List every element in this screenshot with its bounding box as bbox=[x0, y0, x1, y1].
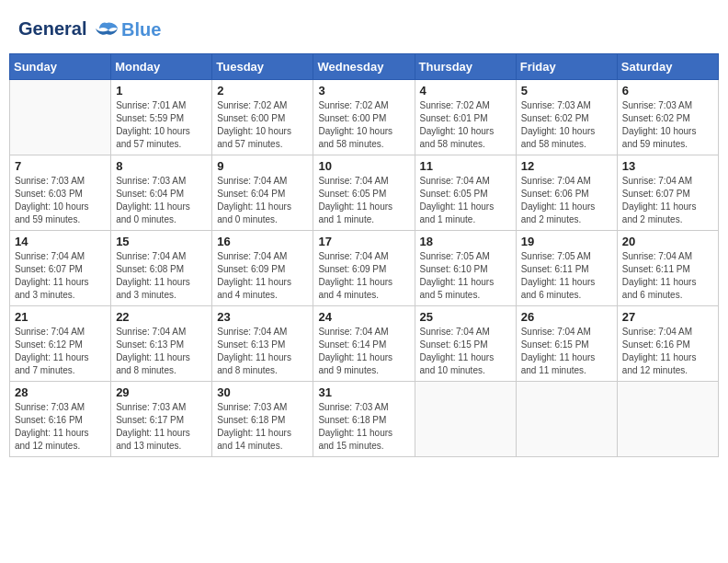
weekday-header-thursday: Thursday bbox=[415, 53, 516, 79]
day-number: 2 bbox=[217, 84, 308, 98]
calendar-empty-cell bbox=[415, 381, 516, 456]
day-info: Sunrise: 7:03 AMSunset: 6:02 PMDaylight:… bbox=[521, 99, 612, 151]
day-number: 6 bbox=[622, 84, 713, 98]
calendar-week-row: 14Sunrise: 7:04 AMSunset: 6:07 PMDayligh… bbox=[10, 230, 719, 305]
day-info: Sunrise: 7:05 AMSunset: 6:11 PMDaylight:… bbox=[521, 250, 612, 302]
day-number: 11 bbox=[420, 159, 511, 173]
weekday-header-row: SundayMondayTuesdayWednesdayThursdayFrid… bbox=[10, 53, 719, 79]
day-number: 26 bbox=[521, 310, 612, 324]
day-info: Sunrise: 7:03 AMSunset: 6:04 PMDaylight:… bbox=[116, 175, 207, 226]
weekday-header-monday: Monday bbox=[111, 53, 212, 79]
day-info: Sunrise: 7:03 AMSunset: 6:03 PMDaylight:… bbox=[15, 175, 106, 226]
day-info: Sunrise: 7:04 AMSunset: 6:07 PMDaylight:… bbox=[622, 175, 713, 226]
calendar-day-30: 30Sunrise: 7:03 AMSunset: 6:18 PMDayligh… bbox=[212, 381, 313, 456]
logo-blue: Blue bbox=[121, 19, 161, 40]
day-info: Sunrise: 7:04 AMSunset: 6:07 PMDaylight:… bbox=[15, 250, 106, 302]
weekday-header-friday: Friday bbox=[516, 53, 617, 79]
day-number: 3 bbox=[318, 84, 409, 98]
day-info: Sunrise: 7:04 AMSunset: 6:15 PMDaylight:… bbox=[521, 326, 612, 377]
day-info: Sunrise: 7:04 AMSunset: 6:13 PMDaylight:… bbox=[217, 326, 308, 377]
page-header: General Blue bbox=[9, 9, 719, 46]
weekday-header-saturday: Saturday bbox=[617, 53, 718, 79]
calendar-day-18: 18Sunrise: 7:05 AMSunset: 6:10 PMDayligh… bbox=[415, 230, 516, 305]
day-number: 29 bbox=[116, 385, 207, 399]
day-info: Sunrise: 7:02 AMSunset: 6:00 PMDaylight:… bbox=[217, 99, 308, 151]
day-info: Sunrise: 7:01 AMSunset: 5:59 PMDaylight:… bbox=[116, 99, 207, 151]
day-number: 20 bbox=[622, 235, 713, 248]
calendar-day-27: 27Sunrise: 7:04 AMSunset: 6:16 PMDayligh… bbox=[617, 305, 718, 381]
calendar-day-4: 4Sunrise: 7:02 AMSunset: 6:01 PMDaylight… bbox=[415, 79, 516, 155]
calendar-table: SundayMondayTuesdayWednesdayThursdayFrid… bbox=[9, 53, 719, 457]
day-info: Sunrise: 7:02 AMSunset: 6:01 PMDaylight:… bbox=[420, 99, 511, 151]
day-number: 16 bbox=[217, 235, 308, 248]
calendar-day-23: 23Sunrise: 7:04 AMSunset: 6:13 PMDayligh… bbox=[212, 305, 313, 381]
calendar-day-17: 17Sunrise: 7:04 AMSunset: 6:09 PMDayligh… bbox=[313, 230, 415, 305]
day-number: 8 bbox=[116, 159, 207, 173]
calendar-day-24: 24Sunrise: 7:04 AMSunset: 6:14 PMDayligh… bbox=[313, 305, 415, 381]
day-number: 15 bbox=[116, 235, 207, 248]
day-info: Sunrise: 7:03 AMSunset: 6:18 PMDaylight:… bbox=[318, 401, 409, 453]
day-number: 23 bbox=[217, 310, 308, 324]
calendar-day-7: 7Sunrise: 7:03 AMSunset: 6:03 PMDaylight… bbox=[10, 155, 111, 230]
calendar-day-25: 25Sunrise: 7:04 AMSunset: 6:15 PMDayligh… bbox=[415, 305, 516, 381]
calendar-day-12: 12Sunrise: 7:04 AMSunset: 6:06 PMDayligh… bbox=[516, 155, 617, 230]
calendar-day-28: 28Sunrise: 7:03 AMSunset: 6:16 PMDayligh… bbox=[10, 381, 111, 456]
day-number: 21 bbox=[15, 310, 106, 324]
day-number: 25 bbox=[420, 310, 511, 324]
day-info: Sunrise: 7:04 AMSunset: 6:06 PMDaylight:… bbox=[521, 175, 612, 226]
calendar-week-row: 28Sunrise: 7:03 AMSunset: 6:16 PMDayligh… bbox=[10, 381, 719, 456]
day-number: 22 bbox=[116, 310, 207, 324]
day-number: 10 bbox=[318, 159, 409, 173]
day-info: Sunrise: 7:05 AMSunset: 6:10 PMDaylight:… bbox=[420, 250, 511, 302]
calendar-day-10: 10Sunrise: 7:04 AMSunset: 6:05 PMDayligh… bbox=[313, 155, 415, 230]
day-number: 27 bbox=[622, 310, 713, 324]
calendar-day-2: 2Sunrise: 7:02 AMSunset: 6:00 PMDaylight… bbox=[212, 79, 313, 155]
logo-bird-icon bbox=[94, 19, 119, 41]
calendar-empty-cell bbox=[617, 381, 718, 456]
logo-general: General bbox=[18, 18, 86, 39]
day-number: 7 bbox=[15, 159, 106, 173]
calendar-day-22: 22Sunrise: 7:04 AMSunset: 6:13 PMDayligh… bbox=[111, 305, 212, 381]
day-number: 4 bbox=[420, 84, 511, 98]
day-info: Sunrise: 7:04 AMSunset: 6:09 PMDaylight:… bbox=[318, 250, 409, 302]
day-number: 28 bbox=[15, 385, 106, 399]
calendar-week-row: 7Sunrise: 7:03 AMSunset: 6:03 PMDaylight… bbox=[10, 155, 719, 230]
day-info: Sunrise: 7:04 AMSunset: 6:09 PMDaylight:… bbox=[217, 250, 308, 302]
calendar-day-19: 19Sunrise: 7:05 AMSunset: 6:11 PMDayligh… bbox=[516, 230, 617, 305]
calendar-day-5: 5Sunrise: 7:03 AMSunset: 6:02 PMDaylight… bbox=[516, 79, 617, 155]
day-info: Sunrise: 7:04 AMSunset: 6:04 PMDaylight:… bbox=[217, 175, 308, 226]
logo: General Blue bbox=[18, 18, 161, 41]
calendar-day-21: 21Sunrise: 7:04 AMSunset: 6:12 PMDayligh… bbox=[10, 305, 111, 381]
day-number: 31 bbox=[318, 385, 409, 399]
day-number: 13 bbox=[622, 159, 713, 173]
calendar-empty-cell bbox=[516, 381, 617, 456]
calendar-day-14: 14Sunrise: 7:04 AMSunset: 6:07 PMDayligh… bbox=[10, 230, 111, 305]
day-number: 18 bbox=[420, 235, 511, 248]
day-info: Sunrise: 7:04 AMSunset: 6:05 PMDaylight:… bbox=[318, 175, 409, 226]
calendar-day-16: 16Sunrise: 7:04 AMSunset: 6:09 PMDayligh… bbox=[212, 230, 313, 305]
day-info: Sunrise: 7:04 AMSunset: 6:14 PMDaylight:… bbox=[318, 326, 409, 377]
weekday-header-sunday: Sunday bbox=[10, 53, 111, 79]
calendar-day-29: 29Sunrise: 7:03 AMSunset: 6:17 PMDayligh… bbox=[111, 381, 212, 456]
day-number: 30 bbox=[217, 385, 308, 399]
weekday-header-tuesday: Tuesday bbox=[212, 53, 313, 79]
calendar-day-6: 6Sunrise: 7:03 AMSunset: 6:02 PMDaylight… bbox=[617, 79, 718, 155]
calendar-day-8: 8Sunrise: 7:03 AMSunset: 6:04 PMDaylight… bbox=[111, 155, 212, 230]
day-info: Sunrise: 7:04 AMSunset: 6:15 PMDaylight:… bbox=[420, 326, 511, 377]
day-info: Sunrise: 7:04 AMSunset: 6:05 PMDaylight:… bbox=[420, 175, 511, 226]
day-info: Sunrise: 7:03 AMSunset: 6:02 PMDaylight:… bbox=[622, 99, 713, 151]
calendar-week-row: 1Sunrise: 7:01 AMSunset: 5:59 PMDaylight… bbox=[10, 79, 719, 155]
day-info: Sunrise: 7:04 AMSunset: 6:12 PMDaylight:… bbox=[15, 326, 106, 377]
day-number: 5 bbox=[521, 84, 612, 98]
calendar-empty-cell bbox=[10, 79, 111, 155]
calendar-day-15: 15Sunrise: 7:04 AMSunset: 6:08 PMDayligh… bbox=[111, 230, 212, 305]
day-info: Sunrise: 7:04 AMSunset: 6:13 PMDaylight:… bbox=[116, 326, 207, 377]
day-info: Sunrise: 7:02 AMSunset: 6:00 PMDaylight:… bbox=[318, 99, 409, 151]
day-info: Sunrise: 7:04 AMSunset: 6:08 PMDaylight:… bbox=[116, 250, 207, 302]
day-info: Sunrise: 7:03 AMSunset: 6:17 PMDaylight:… bbox=[116, 401, 207, 453]
calendar-week-row: 21Sunrise: 7:04 AMSunset: 6:12 PMDayligh… bbox=[10, 305, 719, 381]
calendar-day-9: 9Sunrise: 7:04 AMSunset: 6:04 PMDaylight… bbox=[212, 155, 313, 230]
day-number: 14 bbox=[15, 235, 106, 248]
day-info: Sunrise: 7:03 AMSunset: 6:16 PMDaylight:… bbox=[15, 401, 106, 453]
day-info: Sunrise: 7:04 AMSunset: 6:11 PMDaylight:… bbox=[622, 250, 713, 302]
